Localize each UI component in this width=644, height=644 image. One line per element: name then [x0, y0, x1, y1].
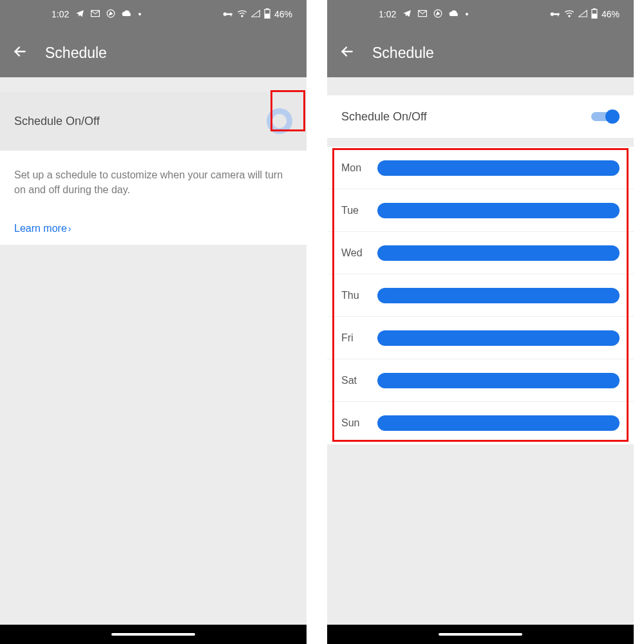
- day-bar[interactable]: [377, 203, 620, 218]
- wifi-icon: [564, 9, 574, 19]
- day-label: Tue: [341, 205, 367, 216]
- day-label: Wed: [341, 247, 367, 259]
- svg-point-5: [242, 15, 243, 17]
- key-icon: [550, 9, 560, 19]
- gmail-icon: [91, 9, 100, 19]
- svg-rect-8: [265, 14, 269, 17]
- empty-area: [327, 444, 634, 625]
- status-time: 1:02: [379, 9, 396, 19]
- status-left: 1:02: [52, 9, 141, 20]
- day-row-thu[interactable]: Thu: [327, 274, 634, 317]
- telegram-icon: [402, 9, 412, 20]
- wifi-icon: [237, 9, 247, 19]
- schedule-toggle-label: Schedule On/Off: [341, 110, 427, 124]
- signal-icon: [251, 9, 260, 19]
- schedule-toggle-on[interactable]: [591, 109, 620, 124]
- status-right: 46%: [550, 8, 620, 21]
- day-label: Mon: [341, 162, 367, 174]
- schedule-toggle-label: Schedule On/Off: [14, 115, 100, 128]
- dot-icon: [138, 13, 141, 15]
- svg-rect-7: [266, 8, 268, 10]
- page-title: Schedule: [45, 44, 107, 62]
- nav-bar[interactable]: [0, 625, 307, 644]
- status-bar: 1:02: [327, 0, 634, 28]
- compass-icon: [433, 9, 442, 20]
- battery-icon: [264, 8, 270, 21]
- description-block: Set up a schedule to customize when your…: [0, 151, 307, 245]
- phone-right: 1:02: [327, 0, 634, 644]
- svg-point-11: [551, 12, 554, 15]
- page-title: Schedule: [372, 44, 434, 62]
- status-right: 46%: [223, 8, 292, 21]
- dot-icon: [466, 13, 468, 15]
- day-label: Fri: [341, 332, 367, 344]
- status-bar: 1:02: [0, 0, 307, 28]
- schedule-toggle-off[interactable]: [267, 108, 292, 134]
- phone-left: 1:02: [0, 0, 307, 644]
- day-bar[interactable]: [377, 373, 620, 388]
- day-bar[interactable]: [377, 245, 620, 261]
- empty-area: [0, 245, 307, 625]
- compass-icon: [106, 9, 115, 20]
- nav-pill[interactable]: [111, 633, 195, 636]
- day-row-sun[interactable]: Sun: [327, 402, 634, 444]
- learn-more-text: Learn more: [14, 223, 67, 234]
- week-schedule: Mon Tue Wed Thu Fri: [327, 147, 634, 444]
- content-left: Schedule On/Off Set up a schedule to cus…: [0, 77, 307, 625]
- gmail-icon: [418, 9, 427, 19]
- status-time: 1:02: [52, 9, 69, 19]
- cloud-icon: [449, 9, 459, 19]
- status-left: 1:02: [379, 9, 468, 20]
- day-label: Sun: [341, 417, 367, 429]
- svg-rect-16: [593, 8, 595, 10]
- app-bar: Schedule: [0, 28, 307, 77]
- day-row-fri[interactable]: Fri: [327, 317, 634, 359]
- day-row-tue[interactable]: Tue: [327, 189, 634, 232]
- day-bar[interactable]: [377, 415, 620, 431]
- day-label: Thu: [341, 290, 367, 301]
- battery-icon: [591, 8, 598, 21]
- schedule-toggle-row[interactable]: Schedule On/Off: [327, 95, 634, 138]
- cloud-icon: [122, 9, 132, 19]
- status-battery: 46%: [601, 9, 620, 19]
- svg-point-2: [223, 12, 227, 15]
- day-bar[interactable]: [377, 330, 620, 346]
- back-button[interactable]: [339, 43, 355, 62]
- content-right: Schedule On/Off Mon Tue Wed: [327, 77, 634, 625]
- day-bar[interactable]: [377, 160, 620, 176]
- learn-more-link[interactable]: Learn more ›: [14, 223, 292, 234]
- chevron-right-icon: ›: [68, 223, 71, 234]
- app-bar: Schedule: [327, 28, 634, 77]
- key-icon: [223, 9, 233, 19]
- signal-icon: [578, 9, 587, 19]
- divider: [327, 138, 634, 147]
- svg-point-14: [569, 15, 570, 17]
- day-label: Sat: [341, 375, 367, 386]
- svg-rect-17: [592, 14, 596, 17]
- telegram-icon: [75, 9, 84, 20]
- day-row-sat[interactable]: Sat: [327, 359, 634, 402]
- schedule-description: Set up a schedule to customize when your…: [14, 167, 292, 197]
- day-row-mon[interactable]: Mon: [327, 147, 634, 189]
- nav-bar[interactable]: [327, 625, 634, 644]
- schedule-toggle-row[interactable]: Schedule On/Off: [0, 91, 307, 151]
- day-row-wed[interactable]: Wed: [327, 232, 634, 274]
- svg-rect-4: [231, 14, 231, 17]
- back-button[interactable]: [12, 43, 28, 62]
- svg-rect-13: [558, 14, 558, 17]
- nav-pill[interactable]: [439, 633, 522, 636]
- day-bar[interactable]: [377, 288, 620, 303]
- status-battery: 46%: [274, 9, 292, 19]
